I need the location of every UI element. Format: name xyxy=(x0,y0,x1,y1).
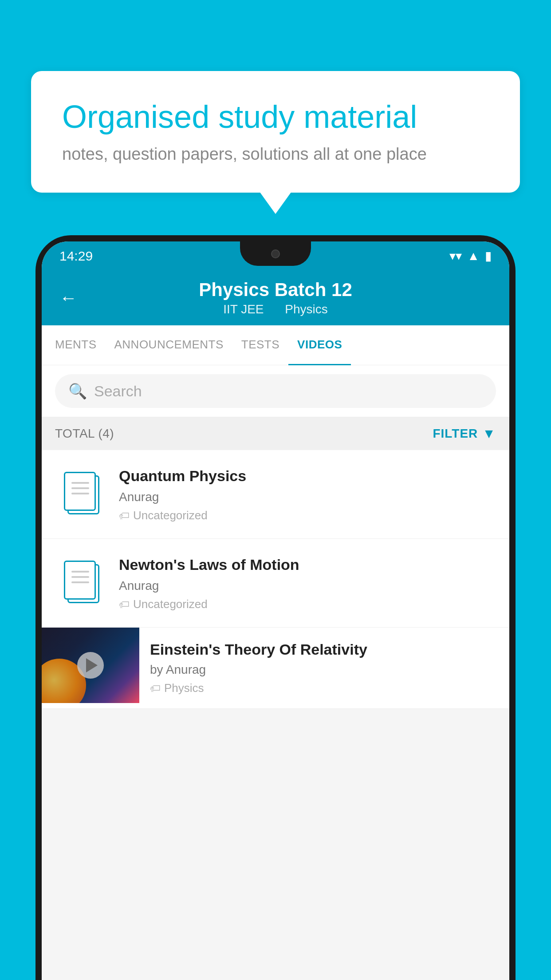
video-info-3: Einstein's Theory Of Relativity by Anura… xyxy=(139,628,509,708)
tag-icon: 🏷 xyxy=(119,598,130,611)
bubble-subtitle: notes, question papers, solutions all at… xyxy=(62,145,489,164)
search-icon: 🔍 xyxy=(68,382,87,400)
battery-icon: ▮ xyxy=(485,249,492,263)
video-title-1: Quantum Physics xyxy=(119,466,496,486)
total-label: TOTAL (4) xyxy=(55,427,114,441)
video-author-2: Anurag xyxy=(119,579,496,593)
tab-tests[interactable]: TESTS xyxy=(232,325,288,365)
app-header: ← Physics Batch 12 IIT JEE Physics xyxy=(42,270,509,325)
video-tag-3: 🏷 Physics xyxy=(150,681,499,695)
phone-frame: 14:29 ▾▾ ▲ ▮ ← Physics Batch 12 IIT JEE … xyxy=(35,235,516,980)
header-title: Physics Batch 12 xyxy=(59,279,492,300)
list-item[interactable]: Newton's Laws of Motion Anurag 🏷 Uncateg… xyxy=(42,539,509,628)
bubble-title: Organised study material xyxy=(62,98,489,136)
video-tag-2: 🏷 Uncategorized xyxy=(119,597,496,611)
video-thumbnail-3 xyxy=(42,628,139,703)
tab-videos[interactable]: VIDEOS xyxy=(288,325,351,365)
wifi-icon: ▾▾ xyxy=(449,249,462,263)
list-item[interactable]: Quantum Physics Anurag 🏷 Uncategorized xyxy=(42,450,509,539)
play-icon xyxy=(86,658,98,672)
search-placeholder: Search xyxy=(94,383,142,400)
speech-bubble: Organised study material notes, question… xyxy=(31,71,520,193)
tab-ments[interactable]: MENTS xyxy=(46,325,106,365)
status-icons: ▾▾ ▲ ▮ xyxy=(449,249,492,263)
video-tag-1: 🏷 Uncategorized xyxy=(119,509,496,522)
filter-label: FILTER xyxy=(433,427,478,441)
file-icon-2 xyxy=(55,555,108,608)
status-time: 14:29 xyxy=(59,249,93,264)
video-info-2: Newton's Laws of Motion Anurag 🏷 Uncateg… xyxy=(119,555,496,611)
phone-inner: 14:29 ▾▾ ▲ ▮ ← Physics Batch 12 IIT JEE … xyxy=(42,241,509,980)
phone-content: 🔍 Search TOTAL (4) FILTER ▼ xyxy=(42,365,509,980)
status-bar: 14:29 ▾▾ ▲ ▮ xyxy=(42,241,509,270)
file-icon-1 xyxy=(55,466,108,519)
video-list: Quantum Physics Anurag 🏷 Uncategorized xyxy=(42,450,509,709)
speech-bubble-section: Organised study material notes, question… xyxy=(31,71,520,193)
notch xyxy=(240,241,311,266)
filter-button[interactable]: FILTER ▼ xyxy=(433,426,496,441)
back-button[interactable]: ← xyxy=(59,288,77,308)
header-subtitle: IIT JEE Physics xyxy=(59,302,492,316)
subtitle-left: IIT JEE xyxy=(223,302,264,316)
video-info-1: Quantum Physics Anurag 🏷 Uncategorized xyxy=(119,466,496,522)
tab-announcements[interactable]: ANNOUNCEMENTS xyxy=(106,325,232,365)
signal-icon: ▲ xyxy=(467,249,480,263)
video-author-3: by Anurag xyxy=(150,663,499,677)
filter-row: TOTAL (4) FILTER ▼ xyxy=(42,417,509,450)
search-bar-container: 🔍 Search xyxy=(42,365,509,417)
filter-icon: ▼ xyxy=(482,426,496,441)
search-bar[interactable]: 🔍 Search xyxy=(55,374,496,408)
video-title-3: Einstein's Theory Of Relativity xyxy=(150,641,499,658)
tab-bar: MENTS ANNOUNCEMENTS TESTS VIDEOS xyxy=(42,325,509,365)
video-author-1: Anurag xyxy=(119,490,496,504)
list-item[interactable]: Einstein's Theory Of Relativity by Anura… xyxy=(42,628,509,709)
tag-icon: 🏷 xyxy=(119,510,130,522)
tag-icon: 🏷 xyxy=(150,682,161,695)
camera-dot xyxy=(271,249,280,258)
play-button[interactable] xyxy=(77,652,104,679)
video-title-2: Newton's Laws of Motion xyxy=(119,555,496,574)
subtitle-right: Physics xyxy=(285,302,327,316)
